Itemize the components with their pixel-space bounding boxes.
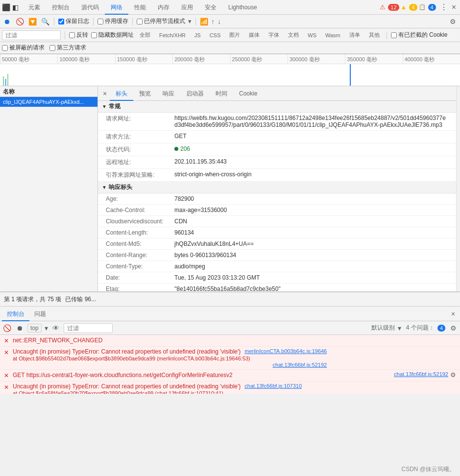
filter-other[interactable]: 其他 (366, 31, 383, 39)
blocked-requests-checkbox[interactable] (2, 45, 8, 51)
request-item-selected[interactable]: clip_lJQEAF4APhuAYX-pAEkxd... (0, 97, 97, 107)
rh-content-type-key: Content-Type: (106, 263, 174, 270)
detail-tab-headers[interactable]: 标头 (110, 86, 133, 101)
filter-wasm[interactable]: Wasm (322, 32, 343, 39)
console-filter-input[interactable] (64, 323, 113, 333)
console-filter-btn[interactable]: ⏺ (15, 323, 24, 333)
detail-tab-preview[interactable]: 预览 (133, 86, 157, 101)
filter-font[interactable]: 字体 (266, 31, 282, 39)
preserve-log-label[interactable]: 保留日志 (58, 17, 89, 25)
tab-security[interactable]: 安全 (199, 0, 222, 15)
filter-css[interactable]: CSS (207, 32, 224, 39)
console-dropdown-btn[interactable]: ▾ (45, 324, 48, 332)
throttle-dropdown[interactable]: ▾ (188, 18, 192, 25)
console-tab-issues[interactable]: 问题 (29, 307, 51, 321)
disable-cache-checkbox[interactable] (97, 19, 103, 24)
tab-network[interactable]: 网络 (105, 0, 128, 15)
general-status-val: 206 (174, 145, 448, 154)
detail-tab-initiator[interactable]: 启动器 (180, 86, 210, 101)
tab-elements[interactable]: 元素 (23, 0, 46, 15)
log-text-uncaught-2: Uncaught (in promise) TypeError: Cannot … (13, 383, 241, 390)
filter-input[interactable] (2, 30, 61, 40)
close-devtools-btn[interactable]: × (452, 3, 456, 12)
watermark: CSDN @抹云筠曦。 (401, 465, 455, 474)
general-arrow: ▼ (102, 104, 107, 109)
more-tabs-btn[interactable]: ⋮ (440, 2, 448, 12)
general-referrer-key: 引荐来源网址策略: (106, 171, 174, 179)
response-headers-section-header[interactable]: ▼ 响应标头 (98, 182, 456, 193)
cookie-label[interactable]: 有已拦截的 Cookie (391, 31, 448, 39)
response-headers-arrow: ▼ (102, 185, 107, 190)
preserve-log-checkbox[interactable] (58, 19, 64, 24)
download-icon: ↓ (218, 18, 221, 25)
general-method-row: 请求方法: GET (98, 131, 456, 143)
settings-btn[interactable]: ⚙ (450, 18, 456, 25)
detail-tab-timing[interactable]: 时间 (210, 86, 233, 101)
rh-content-length-val: 960134 (174, 229, 448, 236)
timeline-body[interactable] (0, 64, 460, 86)
tab-console[interactable]: 控制台 (46, 0, 75, 15)
invert-checkbox[interactable] (69, 32, 75, 38)
console-tab-console[interactable]: 控制台 (2, 307, 29, 321)
filter-all[interactable]: 全部 (137, 31, 153, 39)
filter-js[interactable]: JS (192, 32, 204, 39)
invert-label[interactable]: 反转 (69, 31, 88, 39)
filter-ws[interactable]: WS (305, 32, 319, 39)
filter-btn[interactable]: 🔽 (27, 17, 37, 26)
tab-performance[interactable]: 性能 (128, 0, 152, 15)
get-settings-icon[interactable]: ⚙ (450, 371, 456, 379)
tab-application[interactable]: 应用 (175, 0, 199, 15)
console-close-btn[interactable]: × (448, 309, 458, 319)
hide-data-urls-checkbox[interactable] (91, 32, 97, 38)
name-col-header: 名称 (0, 86, 97, 97)
tab-lighthouse[interactable]: Lighthouse (222, 0, 263, 15)
detail-scroll-area[interactable]: ▼ 常规 请求网址: https://webfs.hw.kugou.com/20… (98, 101, 456, 291)
tick-1: 50000 毫秒 (0, 54, 57, 64)
hide-data-urls-label[interactable]: 隐藏数据网址 (91, 31, 134, 39)
record-btn[interactable]: ⏺ (2, 17, 12, 26)
log-link-chat-2[interactable]: chat.13fc66bf.js:107310 (244, 383, 302, 390)
tab-sources[interactable]: 源代码 (75, 0, 105, 15)
detail-panel: × 标头 预览 响应 启动器 时间 Cookie ▼ 常规 请求网址: http… (98, 86, 456, 291)
detail-tab-cookie[interactable]: Cookie (233, 86, 263, 101)
top-context-btn[interactable]: top (27, 324, 42, 333)
console-settings-btn[interactable]: ⚙ (448, 323, 458, 333)
cookie-checkbox[interactable] (391, 32, 397, 38)
console-log-area: ✕ net::ERR_NETWORK_CHANGED ✕ Uncaught (i… (0, 335, 460, 394)
info-count: 4 (428, 4, 436, 11)
filter-manifest[interactable]: 清单 (346, 31, 363, 39)
status-requests: 第 1 项请求，共 75 项 (4, 295, 61, 304)
general-section-header[interactable]: ▼ 常规 (98, 101, 456, 113)
rh-date-val: Tue, 15 Aug 2023 03:13:20 GMT (174, 274, 448, 281)
filter-fetch-xhr[interactable]: Fetch/XHR (156, 32, 189, 39)
error-badge: ⚠ 12 ▲ 4 📋 4 (380, 3, 436, 11)
filter-doc[interactable]: 文档 (285, 31, 302, 39)
general-method-val: GET (174, 133, 448, 141)
blocked-requests-label[interactable]: 被屏蔽的请求 (2, 44, 45, 52)
log-text-network-changed: net::ERR_NETWORK_CHANGED (13, 336, 456, 345)
rh-etag-row: Etag: "8e140166fc55ba16a5b8ad7c9cbe3e50" (98, 284, 456, 291)
throttle-checkbox[interactable] (137, 19, 143, 24)
log-link-merlin[interactable]: merlinIconCTA.b003b64c.js:19646 (244, 348, 327, 355)
console-eye-btn[interactable]: 👁 (51, 323, 61, 333)
error-icon-3: ✕ (4, 372, 11, 379)
search-btn[interactable]: 🔍 (40, 17, 50, 26)
level-dropdown-btn[interactable]: ▾ (398, 324, 401, 332)
issues-badge: 4 (437, 325, 445, 332)
third-party-checkbox[interactable] (49, 45, 55, 51)
detail-scrollbar[interactable] (456, 86, 460, 291)
console-clear-btn[interactable]: 🚫 (2, 323, 12, 333)
stop-btn[interactable]: 🚫 (15, 17, 24, 26)
filter-img[interactable]: 图片 (226, 31, 243, 39)
filter-media[interactable]: 媒体 (246, 31, 263, 39)
detail-tab-response[interactable]: 响应 (157, 86, 180, 101)
rh-content-md5-row: Content-Md5: jhQBZvxVuhaluK18nL4+UA== (98, 238, 456, 250)
disable-cache-label[interactable]: 停用缓存 (97, 17, 128, 25)
log-link-chat-get[interactable]: chat.13fc66bf.js:52192 (394, 371, 448, 377)
throttle-label[interactable]: 已停用节流模式 (137, 17, 185, 25)
third-party-label[interactable]: 第三方请求 (49, 44, 86, 52)
detail-close-btn[interactable]: × (100, 89, 110, 98)
log-link-chat-1[interactable]: chat.13fc66bf.js:52192 (273, 362, 327, 368)
rh-cloud-row: Cloudservicediscount: CDN (98, 216, 456, 227)
tab-memory[interactable]: 内存 (152, 0, 175, 15)
